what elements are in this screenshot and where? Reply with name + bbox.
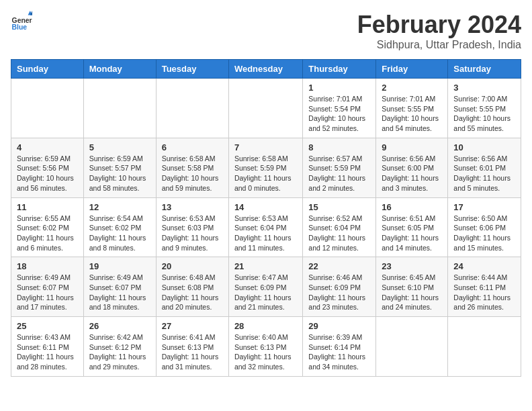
calendar-cell <box>156 79 228 138</box>
calendar-cell: 10Sunrise: 6:56 AM Sunset: 6:01 PM Dayli… <box>448 138 521 197</box>
day-info: Sunrise: 6:58 AM Sunset: 5:59 PM Dayligh… <box>234 154 297 193</box>
weekday-header-tuesday: Tuesday <box>156 60 228 79</box>
day-info: Sunrise: 6:53 AM Sunset: 6:04 PM Dayligh… <box>234 214 297 253</box>
calendar-cell: 25Sunrise: 6:43 AM Sunset: 6:11 PM Dayli… <box>11 317 84 377</box>
page-header: General Blue February 2024 Sidhpura, Utt… <box>11 11 521 51</box>
day-number: 6 <box>162 142 223 152</box>
calendar-cell: 7Sunrise: 6:58 AM Sunset: 5:59 PM Daylig… <box>228 138 302 197</box>
weekday-header-thursday: Thursday <box>303 60 376 79</box>
weekday-header-monday: Monday <box>83 60 156 79</box>
day-info: Sunrise: 6:53 AM Sunset: 6:03 PM Dayligh… <box>162 214 223 253</box>
day-number: 22 <box>308 261 370 271</box>
location-subtitle: Sidhpura, Uttar Pradesh, India <box>357 39 521 51</box>
day-number: 27 <box>162 321 223 331</box>
day-number: 21 <box>234 261 297 271</box>
weekday-header-sunday: Sunday <box>11 60 84 79</box>
calendar-cell: 17Sunrise: 6:50 AM Sunset: 6:06 PM Dayli… <box>448 197 521 257</box>
day-info: Sunrise: 6:59 AM Sunset: 5:56 PM Dayligh… <box>17 154 78 193</box>
day-number: 8 <box>308 142 370 152</box>
svg-text:General: General <box>12 17 32 24</box>
day-info: Sunrise: 6:45 AM Sunset: 6:10 PM Dayligh… <box>382 273 442 312</box>
calendar-cell <box>376 317 448 377</box>
day-info: Sunrise: 6:58 AM Sunset: 5:58 PM Dayligh… <box>162 154 223 193</box>
day-number: 16 <box>382 202 442 212</box>
day-info: Sunrise: 6:49 AM Sunset: 6:07 PM Dayligh… <box>17 273 78 312</box>
calendar-cell: 15Sunrise: 6:52 AM Sunset: 6:04 PM Dayli… <box>303 197 376 257</box>
week-row-4: 18Sunrise: 6:49 AM Sunset: 6:07 PM Dayli… <box>11 257 521 317</box>
logo-icon: General Blue <box>11 11 32 32</box>
day-number: 7 <box>234 142 297 152</box>
day-info: Sunrise: 6:41 AM Sunset: 6:13 PM Dayligh… <box>162 332 223 372</box>
day-info: Sunrise: 6:55 AM Sunset: 6:02 PM Dayligh… <box>17 214 78 253</box>
day-info: Sunrise: 6:43 AM Sunset: 6:11 PM Dayligh… <box>17 332 78 372</box>
calendar-cell: 22Sunrise: 6:46 AM Sunset: 6:09 PM Dayli… <box>303 257 376 317</box>
day-number: 15 <box>308 202 370 212</box>
calendar-cell: 14Sunrise: 6:53 AM Sunset: 6:04 PM Dayli… <box>228 197 302 257</box>
calendar-cell: 1Sunrise: 7:01 AM Sunset: 5:54 PM Daylig… <box>303 79 376 138</box>
day-number: 10 <box>453 142 515 152</box>
day-info: Sunrise: 6:49 AM Sunset: 6:07 PM Dayligh… <box>89 273 150 312</box>
day-info: Sunrise: 6:39 AM Sunset: 6:14 PM Dayligh… <box>308 332 370 372</box>
day-number: 5 <box>89 142 150 152</box>
calendar-cell: 5Sunrise: 6:59 AM Sunset: 5:57 PM Daylig… <box>83 138 156 197</box>
weekday-header-row: SundayMondayTuesdayWednesdayThursdayFrid… <box>11 60 521 79</box>
day-number: 29 <box>308 321 370 331</box>
day-info: Sunrise: 6:46 AM Sunset: 6:09 PM Dayligh… <box>308 273 370 312</box>
day-info: Sunrise: 7:01 AM Sunset: 5:54 PM Dayligh… <box>308 94 370 134</box>
day-info: Sunrise: 7:01 AM Sunset: 5:55 PM Dayligh… <box>382 94 442 134</box>
day-info: Sunrise: 6:52 AM Sunset: 6:04 PM Dayligh… <box>308 214 370 253</box>
calendar-cell: 13Sunrise: 6:53 AM Sunset: 6:03 PM Dayli… <box>156 197 228 257</box>
calendar-cell: 24Sunrise: 6:44 AM Sunset: 6:11 PM Dayli… <box>448 257 521 317</box>
calendar-cell: 23Sunrise: 6:45 AM Sunset: 6:10 PM Dayli… <box>376 257 448 317</box>
calendar-cell <box>83 79 156 138</box>
day-number: 3 <box>453 83 515 93</box>
week-row-2: 4Sunrise: 6:59 AM Sunset: 5:56 PM Daylig… <box>11 138 521 197</box>
day-info: Sunrise: 6:56 AM Sunset: 6:00 PM Dayligh… <box>382 154 442 193</box>
day-info: Sunrise: 7:00 AM Sunset: 5:55 PM Dayligh… <box>453 94 515 134</box>
day-number: 25 <box>17 321 78 331</box>
calendar-cell: 8Sunrise: 6:57 AM Sunset: 5:59 PM Daylig… <box>303 138 376 197</box>
calendar-cell: 2Sunrise: 7:01 AM Sunset: 5:55 PM Daylig… <box>376 79 448 138</box>
calendar-cell: 16Sunrise: 6:51 AM Sunset: 6:05 PM Dayli… <box>376 197 448 257</box>
calendar-cell: 26Sunrise: 6:42 AM Sunset: 6:12 PM Dayli… <box>83 317 156 377</box>
day-number: 9 <box>382 142 442 152</box>
day-number: 28 <box>234 321 297 331</box>
title-block: February 2024 Sidhpura, Uttar Pradesh, I… <box>357 11 521 51</box>
calendar-cell: 28Sunrise: 6:40 AM Sunset: 6:13 PM Dayli… <box>228 317 302 377</box>
calendar-cell: 21Sunrise: 6:47 AM Sunset: 6:09 PM Dayli… <box>228 257 302 317</box>
day-number: 26 <box>89 321 150 331</box>
calendar-cell: 18Sunrise: 6:49 AM Sunset: 6:07 PM Dayli… <box>11 257 84 317</box>
day-info: Sunrise: 6:59 AM Sunset: 5:57 PM Dayligh… <box>89 154 150 193</box>
calendar-cell: 12Sunrise: 6:54 AM Sunset: 6:02 PM Dayli… <box>83 197 156 257</box>
calendar-cell: 3Sunrise: 7:00 AM Sunset: 5:55 PM Daylig… <box>448 79 521 138</box>
calendar-cell: 29Sunrise: 6:39 AM Sunset: 6:14 PM Dayli… <box>303 317 376 377</box>
week-row-1: 1Sunrise: 7:01 AM Sunset: 5:54 PM Daylig… <box>11 79 521 138</box>
calendar-table: SundayMondayTuesdayWednesdayThursdayFrid… <box>11 59 521 377</box>
week-row-5: 25Sunrise: 6:43 AM Sunset: 6:11 PM Dayli… <box>11 317 521 377</box>
day-info: Sunrise: 6:56 AM Sunset: 6:01 PM Dayligh… <box>453 154 515 193</box>
day-number: 14 <box>234 202 297 212</box>
day-info: Sunrise: 6:57 AM Sunset: 5:59 PM Dayligh… <box>308 154 370 193</box>
calendar-cell <box>11 79 84 138</box>
logo: General Blue <box>11 11 32 32</box>
calendar-cell: 4Sunrise: 6:59 AM Sunset: 5:56 PM Daylig… <box>11 138 84 197</box>
day-number: 24 <box>453 261 515 271</box>
calendar-cell: 20Sunrise: 6:48 AM Sunset: 6:08 PM Dayli… <box>156 257 228 317</box>
day-info: Sunrise: 6:48 AM Sunset: 6:08 PM Dayligh… <box>162 273 223 312</box>
day-info: Sunrise: 6:47 AM Sunset: 6:09 PM Dayligh… <box>234 273 297 312</box>
day-number: 12 <box>89 202 150 212</box>
calendar-cell <box>228 79 302 138</box>
day-info: Sunrise: 6:42 AM Sunset: 6:12 PM Dayligh… <box>89 332 150 372</box>
day-number: 17 <box>453 202 515 212</box>
calendar-cell: 19Sunrise: 6:49 AM Sunset: 6:07 PM Dayli… <box>83 257 156 317</box>
day-number: 18 <box>17 261 78 271</box>
day-info: Sunrise: 6:54 AM Sunset: 6:02 PM Dayligh… <box>89 214 150 253</box>
calendar-cell: 9Sunrise: 6:56 AM Sunset: 6:00 PM Daylig… <box>376 138 448 197</box>
day-number: 19 <box>89 261 150 271</box>
month-title: February 2024 <box>357 11 521 39</box>
week-row-3: 11Sunrise: 6:55 AM Sunset: 6:02 PM Dayli… <box>11 197 521 257</box>
day-info: Sunrise: 6:44 AM Sunset: 6:11 PM Dayligh… <box>453 273 515 312</box>
day-number: 13 <box>162 202 223 212</box>
day-info: Sunrise: 6:50 AM Sunset: 6:06 PM Dayligh… <box>453 214 515 253</box>
day-number: 2 <box>382 83 442 93</box>
